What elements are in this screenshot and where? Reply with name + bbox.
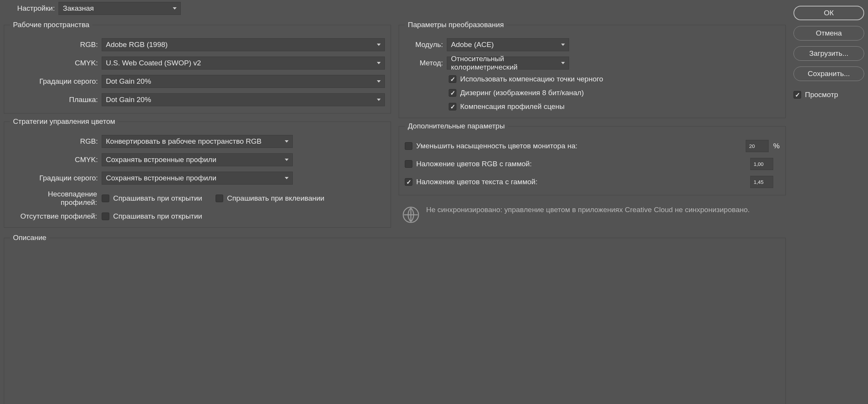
advanced-legend: Дополнительные параметры: [405, 122, 508, 130]
chevron-down-icon: [561, 44, 565, 46]
policies-group: Стратегии управления цветом RGB: Конверт…: [4, 117, 391, 228]
policy-rgb-select[interactable]: Конвертировать в рабочее пространство RG…: [102, 135, 293, 148]
description-group: Описание: [4, 234, 786, 404]
blend-rgb-input[interactable]: [750, 158, 773, 170]
settings-label: Настройки:: [17, 4, 58, 13]
rgb-label: RGB:: [10, 41, 102, 49]
spot-select[interactable]: Dot Gain 20%: [102, 93, 385, 106]
preview-checkbox[interactable]: [793, 91, 801, 99]
policies-legend: Стратегии управления цветом: [10, 117, 118, 126]
mismatch-open-label: Спрашивать при открытии: [113, 194, 202, 203]
rgb-select[interactable]: Adobe RGB (1998): [102, 38, 385, 51]
intent-label: Метод:: [405, 59, 447, 67]
chevron-down-icon: [285, 159, 289, 161]
policy-cmyk-select[interactable]: Сохранять встроенные профили: [102, 153, 293, 166]
preview-label: Просмотр: [805, 91, 838, 99]
spot-label: Плашка:: [10, 96, 102, 104]
missing-open-label: Спрашивать при открытии: [113, 212, 202, 221]
blend-text-checkbox[interactable]: [405, 178, 412, 186]
blend-text-label: Наложение цветов текста с гаммой:: [416, 178, 750, 186]
advanced-group: Дополнительные параметры Уменьшить насыщ…: [399, 122, 786, 195]
scene-label: Компенсация профилей сцены: [460, 102, 565, 111]
rgb-value: Adobe RGB (1998): [106, 41, 168, 49]
save-button[interactable]: Сохранить...: [793, 67, 864, 81]
gray-value: Dot Gain 20%: [106, 77, 151, 86]
chevron-down-icon: [173, 7, 177, 10]
blend-text-input[interactable]: [750, 176, 773, 188]
cmyk-label: CMYK:: [10, 59, 102, 67]
chevron-down-icon: [377, 62, 381, 64]
gray-select[interactable]: Dot Gain 20%: [102, 75, 385, 88]
description-legend: Описание: [10, 234, 49, 242]
sync-status: Не синхронизировано: управление цветом в…: [399, 205, 786, 223]
dither-label: Дизеринг (изображения 8 бит/канал): [460, 89, 584, 97]
blend-rgb-checkbox[interactable]: [405, 160, 412, 168]
policy-gray-value: Сохранять встроенные профили: [106, 174, 216, 182]
policy-cmyk-value: Сохранять встроенные профили: [106, 156, 216, 164]
missing-open-checkbox[interactable]: [102, 213, 109, 220]
chevron-down-icon: [377, 44, 381, 46]
policy-gray-select[interactable]: Сохранять встроенные профили: [102, 172, 293, 185]
intent-select[interactable]: Относительный колориметрический: [447, 57, 569, 70]
mismatch-label: Несовпадение профилей:: [10, 190, 102, 207]
policy-gray-label: Градации серого:: [10, 174, 102, 182]
workspaces-legend: Рабочие пространства: [10, 21, 92, 29]
cmyk-value: U.S. Web Coated (SWOP) v2: [106, 59, 201, 67]
sync-text: Не синхронизировано: управление цветом в…: [426, 205, 750, 215]
desaturate-input[interactable]: [746, 140, 769, 152]
ok-button[interactable]: ОК: [793, 6, 864, 20]
intent-value: Относительный колориметрический: [451, 55, 558, 71]
policy-rgb-label: RGB:: [10, 137, 102, 146]
load-button[interactable]: Загрузить...: [793, 46, 864, 61]
settings-select[interactable]: Заказная: [58, 2, 181, 15]
scene-checkbox[interactable]: [449, 103, 456, 110]
cancel-button[interactable]: Отмена: [793, 26, 864, 41]
engine-value: Adobe (ACE): [451, 41, 494, 49]
chevron-down-icon: [377, 80, 381, 83]
desaturate-checkbox[interactable]: [405, 142, 412, 150]
chevron-down-icon: [377, 99, 381, 101]
mismatch-paste-label: Спрашивать при вклеивании: [227, 194, 324, 203]
missing-label: Отсутствие профилей:: [10, 212, 102, 221]
conversion-legend: Параметры преобразования: [405, 21, 507, 29]
spot-value: Dot Gain 20%: [106, 96, 151, 104]
policy-rgb-value: Конвертировать в рабочее пространство RG…: [106, 137, 261, 146]
settings-value: Заказная: [63, 4, 94, 13]
settings-row: Настройки: Заказная: [4, 0, 786, 17]
gray-label: Градации серого:: [10, 77, 102, 86]
workspaces-group: Рабочие пространства RGB: Adobe RGB (199…: [4, 21, 391, 114]
sync-icon: [402, 206, 419, 223]
policy-cmyk-label: CMYK:: [10, 156, 102, 164]
dither-checkbox[interactable]: [449, 89, 456, 97]
engine-select[interactable]: Adobe (ACE): [447, 38, 569, 51]
engine-label: Модуль:: [405, 41, 447, 49]
bpc-checkbox[interactable]: [449, 75, 456, 83]
mismatch-paste-checkbox[interactable]: [216, 195, 223, 202]
conversion-group: Параметры преобразования Модуль: Adobe (…: [399, 21, 786, 118]
chevron-down-icon: [285, 140, 289, 143]
bpc-label: Использовать компенсацию точки черного: [460, 75, 603, 83]
chevron-down-icon: [285, 177, 289, 179]
chevron-down-icon: [561, 62, 565, 64]
desaturate-label: Уменьшить насыщенность цветов монитора н…: [416, 142, 746, 150]
blend-rgb-label: Наложение цветов RGB с гаммой:: [416, 160, 750, 168]
percent-label: %: [773, 142, 780, 150]
mismatch-open-checkbox[interactable]: [102, 195, 109, 202]
cmyk-select[interactable]: U.S. Web Coated (SWOP) v2: [102, 57, 385, 70]
